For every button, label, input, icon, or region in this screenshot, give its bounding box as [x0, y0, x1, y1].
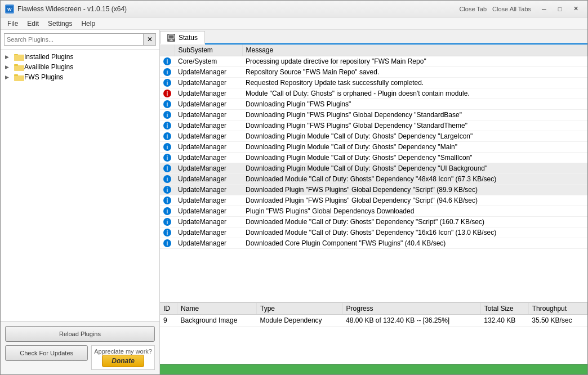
svg-rect-7: [14, 64, 18, 66]
log-icon-cell: i: [160, 238, 175, 249]
log-col-subsystem: SubSystem: [175, 44, 242, 56]
log-icon-cell: i: [160, 217, 175, 227]
log-row: iUpdateManagerDownloading Plugin Module …: [160, 142, 587, 153]
log-icon-cell: i: [160, 88, 175, 99]
menu-bar: File Edit Settings Help: [1, 17, 587, 30]
check-updates-button[interactable]: Check For Updates: [5, 345, 88, 361]
log-row: iUpdateManagerRequested Repository Updat…: [160, 78, 587, 88]
log-row: iUpdateManagerDownloading Plugin "FWS Pl…: [160, 99, 587, 110]
log-icon-cell: i: [160, 195, 175, 206]
log-message: Downloading Plugin Module "Call of Duty:…: [242, 142, 587, 153]
info-icon: i: [163, 100, 171, 108]
log-subsystem: UpdateManager: [175, 153, 242, 163]
log-row: iUpdateManagerDownloading Plugin "FWS Pl…: [160, 110, 587, 120]
log-subsystem: UpdateManager: [175, 217, 242, 227]
log-col-icon: [160, 44, 175, 56]
minimize-button[interactable]: ─: [537, 3, 551, 15]
log-subsystem: UpdateManager: [175, 110, 242, 120]
log-message: Requested Repository Update task success…: [242, 78, 587, 88]
expand-icon: ▶: [5, 74, 14, 80]
window-title: Flawless Widescreen - v1.0.15 (x64): [17, 5, 459, 13]
log-subsystem: UpdateManager: [175, 227, 242, 238]
log-message: Downloading Plugin Module "Call of Duty:…: [242, 153, 587, 163]
menu-help[interactable]: Help: [77, 19, 100, 29]
log-message: Downloading Plugin "FWS Plugins" Global …: [242, 120, 587, 131]
log-col-message: Message: [242, 44, 587, 56]
content-area: Status SubSystem Message iCore/SystemPro…: [160, 30, 587, 374]
log-message: Module "Call of Duty: Ghosts" is orphane…: [242, 88, 587, 99]
log-row: iUpdateManagerDownloaded Plugin "FWS Plu…: [160, 185, 587, 195]
log-subsystem: UpdateManager: [175, 163, 242, 174]
log-row: iUpdateManagerModule "Call of Duty: Ghos…: [160, 88, 587, 99]
log-subsystem: UpdateManager: [175, 99, 242, 110]
tree-available-plugins[interactable]: ▶ Availible Plugins: [1, 62, 159, 72]
tab-header: Status: [160, 30, 587, 44]
folder-icon: [14, 63, 24, 71]
download-cell-progress: 48.00 KB of 132.40 KB -- [36.25%]: [342, 315, 480, 327]
donate-button[interactable]: Donate: [102, 355, 144, 367]
log-icon-cell: i: [160, 142, 175, 153]
donate-section: Appreciate my work? Donate: [91, 345, 155, 370]
menu-file[interactable]: File: [3, 19, 23, 29]
info-icon: i: [163, 175, 171, 183]
log-row: iUpdateManagerPlugin "FWS Plugins" Globa…: [160, 206, 587, 217]
svg-text:W: W: [7, 7, 12, 12]
log-icon-cell: i: [160, 120, 175, 131]
info-icon: i: [163, 207, 171, 215]
log-table: SubSystem Message iCore/SystemProcessing…: [160, 44, 587, 249]
log-message: Processing update directive for reposito…: [242, 56, 587, 67]
close-button[interactable]: ✕: [568, 3, 583, 15]
log-icon-cell: i: [160, 206, 175, 217]
log-icon-cell: i: [160, 153, 175, 163]
info-icon: i: [163, 197, 171, 204]
log-message: Downloaded Core Plugin Component "FWS Pl…: [242, 238, 587, 249]
download-cell-id: 9: [160, 315, 177, 327]
log-area[interactable]: SubSystem Message iCore/SystemProcessing…: [160, 44, 587, 302]
log-message: Downloaded Module "Call of Duty: Ghosts"…: [242, 217, 587, 227]
download-row: 9Background ImageModule Dependency48.00 …: [160, 315, 587, 327]
log-message: Downloaded Module "Call of Duty: Ghosts"…: [242, 227, 587, 238]
error-icon: i: [163, 90, 171, 97]
download-table-area: IDNameTypeProgressTotal SizeThroughput 9…: [160, 302, 587, 364]
info-icon: i: [163, 68, 171, 76]
log-icon-cell: i: [160, 131, 175, 142]
download-table: IDNameTypeProgressTotal SizeThroughput 9…: [160, 303, 587, 327]
log-row: iUpdateManagerRepository Source "FWS Mai…: [160, 67, 587, 78]
info-icon: i: [163, 132, 171, 140]
log-subsystem: UpdateManager: [175, 174, 242, 185]
info-icon: i: [163, 143, 171, 151]
title-controls: Close Tab Close All Tabs ─ □ ✕: [459, 3, 583, 15]
log-subsystem: UpdateManager: [175, 88, 242, 99]
search-clear-button[interactable]: ✕: [144, 33, 156, 46]
expand-icon: ▶: [5, 54, 14, 60]
status-tab[interactable]: Status: [160, 31, 205, 44]
log-message: Downloading Plugin "FWS Plugins": [242, 99, 587, 110]
log-icon-cell: i: [160, 185, 175, 195]
svg-rect-9: [14, 74, 18, 76]
log-message: Downloaded Plugin "FWS Plugins" Global D…: [242, 185, 587, 195]
restore-button[interactable]: □: [553, 3, 567, 15]
info-icon: i: [163, 229, 171, 236]
reload-plugins-button[interactable]: Reload Plugins: [5, 326, 155, 342]
menu-settings[interactable]: Settings: [43, 19, 77, 29]
installed-plugins-label: Installed Plugins: [24, 53, 73, 61]
tree-installed-plugins[interactable]: ▶ Installed Plugins: [1, 52, 159, 62]
search-input[interactable]: [4, 33, 144, 46]
folder-icon: [14, 53, 24, 61]
log-row: iUpdateManagerDownloaded Module "Call of…: [160, 174, 587, 185]
svg-rect-6: [14, 65, 24, 71]
log-subsystem: UpdateManager: [175, 195, 242, 206]
download-col: Throughput: [528, 303, 587, 315]
main-content: ✕ ▶ Installed Plugins ▶: [1, 30, 587, 374]
svg-rect-5: [14, 55, 24, 61]
search-bar: ✕: [1, 30, 159, 50]
download-col: Total Size: [480, 303, 528, 315]
app-icon: W: [5, 5, 14, 14]
tree-fws-plugins[interactable]: ▶ FWS Plugins: [1, 72, 159, 82]
title-bar: W Flawless Widescreen - v1.0.15 (x64) Cl…: [1, 1, 587, 17]
svg-rect-10: [168, 35, 174, 39]
download-cell-type: Module Dependency: [257, 315, 343, 327]
download-col: ID: [160, 303, 177, 315]
menu-edit[interactable]: Edit: [23, 19, 43, 29]
log-subsystem: Core/System: [175, 56, 242, 67]
